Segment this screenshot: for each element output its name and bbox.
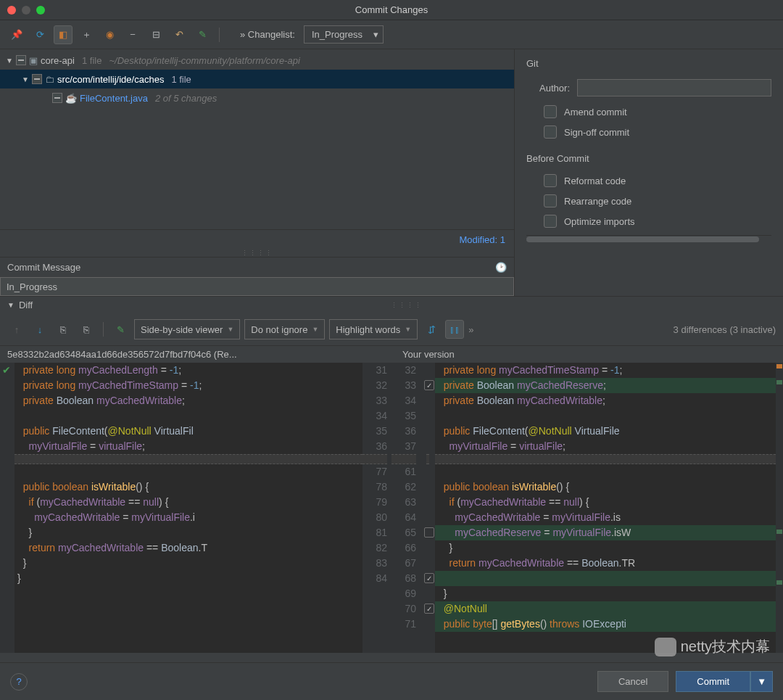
tree-module-row[interactable]: ▼ ▣ core-api 1 file ~/Desktop/intellij-c… [0,51,514,70]
collapse-icon[interactable]: ⇵ [422,320,441,339]
edit-source-icon[interactable]: ✎ [111,320,130,339]
changes-panel: ▼ ▣ core-api 1 file ~/Desktop/intellij-c… [0,49,515,296]
commit-message-input[interactable] [0,277,514,296]
changelist-label: » Changelist: [240,29,295,40]
zoom-window-button[interactable] [36,6,45,15]
reformat-checkbox[interactable] [544,174,557,187]
titlebar: Commit Changes [0,0,783,20]
folder-icon: 🗀 [45,74,54,85]
module-icon: ▣ [29,55,38,66]
options-panel: Git Author: Amend commit Sign-off commit… [515,49,783,296]
diff-left-pane: ✔ private long myCachedLength = -1; priv… [0,363,392,653]
revert-icon[interactable]: ↶ [170,25,188,44]
signoff-checkbox[interactable] [544,125,557,139]
chevron-down-icon: ▾ [373,29,378,40]
author-label: Author: [526,83,570,94]
diff-viewer[interactable]: ✔ private long myCachedLength = -1; priv… [0,363,783,653]
marker-bar[interactable] [776,363,783,653]
commit-button[interactable]: Commit [676,671,750,692]
java-file-icon: ☕ [65,93,77,104]
diff-right-title: Your version [381,349,776,360]
diff-left-title: 5e8332b2ad63484aa1d66de356572d7fbd7f04c6… [7,349,381,360]
watermark: netty技术内幕 [655,637,770,656]
rearrange-checkbox[interactable] [544,194,557,207]
main-toolbar: 📌 ⟳ ◧ ＋ ◉ − ⊟ ↶ ✎ » Changelist: In_Progr… [0,20,783,49]
viewer-mode-select[interactable]: Side-by-side viewer▼ [134,319,240,339]
whitespace-select[interactable]: Do not ignore▼ [244,319,325,339]
next-change-icon[interactable]: ↓ [30,320,49,339]
refresh-icon[interactable]: ⟳ [30,25,49,44]
sync-scroll-icon[interactable]: ⫿⫿ [445,320,464,339]
cancel-button[interactable]: Cancel [597,671,668,692]
tree-file-row[interactable]: ☕ FileContent.java 2 of 5 changes [0,88,514,107]
commit-dropdown-button[interactable]: ▼ [750,671,773,692]
modified-count: Modified: 1 [0,229,514,250]
compare-next-icon[interactable]: ⎘ [77,320,96,339]
diff-right-pane: 3233343536376162636465666768697071 priva… [392,363,783,653]
before-commit-title: Before Commit [526,153,771,164]
window-title: Commit Changes [355,4,428,15]
close-window-button[interactable] [7,6,16,15]
minimize-window-button[interactable] [22,6,30,15]
tree-dir-row[interactable]: ▼ 🗀 src/com/intellij/ide/caches 1 file [0,70,514,88]
add-icon[interactable]: ＋ [77,25,96,44]
highlight-select[interactable]: Highlight words▼ [329,319,418,339]
diff-summary: 3 differences (3 inactive) [674,324,776,335]
checkbox-icon[interactable] [32,74,42,84]
show-diff-icon[interactable]: ◧ [54,25,72,44]
git-section-title: Git [526,58,771,69]
pin-icon[interactable]: 📌 [7,25,26,44]
history-icon[interactable]: 🕑 [495,262,507,273]
author-input[interactable] [577,79,771,96]
optimize-checkbox[interactable] [544,215,557,228]
edit-icon[interactable]: ✎ [193,25,212,44]
amend-checkbox[interactable] [544,105,557,118]
remove-icon[interactable]: − [123,25,142,44]
help-button[interactable]: ? [10,673,28,691]
checkbox-icon[interactable] [16,55,26,65]
resize-grip[interactable]: ⋮⋮⋮⋮ [0,250,514,257]
changelist-select[interactable]: In_Progress ▾ [304,25,384,44]
diff-section-header[interactable]: ▼ Diff ⋮⋮⋮⋮ [0,296,783,313]
compare-prev-icon[interactable]: ⎘ [54,320,72,339]
commit-message-label: Commit Message [7,262,80,273]
prev-change-icon[interactable]: ↑ [7,320,26,339]
diff-toolbar: ↑ ↓ ⎘ ⎘ ✎ Side-by-side viewer▼ Do not ig… [0,313,783,346]
wechat-icon [655,638,676,656]
dialog-footer: ? Cancel Commit ▼ [0,662,783,700]
group-icon[interactable]: ⊟ [146,25,165,44]
checkbox-icon[interactable] [52,93,62,103]
changes-tree[interactable]: ▼ ▣ core-api 1 file ~/Desktop/intellij-c… [0,49,514,229]
changelist-icon[interactable]: ◉ [100,25,119,44]
